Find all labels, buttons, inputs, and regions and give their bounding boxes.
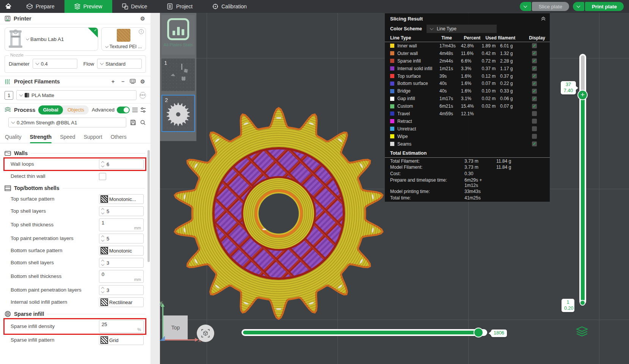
process-tab-quality[interactable]: Quality [5, 130, 22, 143]
sparse-infill-density-input[interactable]: 25% [99, 320, 144, 333]
layer-slider-upper-badge: 37 7.40 [561, 81, 576, 94]
pattern-swatch-icon [100, 336, 108, 344]
display-checkbox[interactable]: ✓ [532, 126, 537, 131]
printer-settings-gear-icon[interactable]: ⚙ [139, 15, 146, 22]
display-checkbox[interactable]: ✓ [532, 119, 537, 124]
build-plate-card[interactable]: i Textured PEI ... [101, 27, 146, 51]
display-checkbox[interactable]: ✓ [532, 81, 537, 86]
line-type-swatch [390, 66, 394, 71]
save-icon[interactable] [130, 119, 136, 126]
tab-prepare[interactable]: Prepare [17, 0, 64, 13]
info-icon[interactable]: i [139, 29, 144, 34]
bottom-shell-thickness-input[interactable]: 0mm [99, 270, 144, 283]
remove-filament-button[interactable]: − [119, 78, 126, 85]
chevron-down-icon [100, 61, 104, 65]
list-icon[interactable] [132, 107, 138, 113]
layer-slider-lower-handle[interactable] [580, 300, 585, 306]
spinner-arrows-icon[interactable] [102, 287, 104, 293]
layers-view-button[interactable] [576, 326, 588, 339]
internal-solid-infill-pattern-select[interactable]: Rectilinear [99, 297, 144, 307]
tab-preview[interactable]: Preview [64, 0, 112, 13]
slice-plate-button[interactable]: Slice plate [532, 2, 569, 11]
top-paint-penetration-layers-input[interactable]: 5 [99, 234, 144, 243]
setting-row-bottom-paint-penetration-layers: Bottom paint penetration layers3 [5, 284, 145, 296]
display-checkbox[interactable]: ✓ [532, 104, 537, 109]
total-estimation-table: Total Filament:3.73 m11.84 gModel Filame… [385, 158, 550, 201]
display-checkbox[interactable]: ✓ [532, 141, 537, 146]
display-checkbox[interactable]: ✓ [532, 134, 537, 139]
display-checkbox[interactable]: ✓ [532, 89, 537, 94]
detect-thin-wall-checkbox[interactable] [99, 173, 106, 180]
top-surface-pattern-select[interactable]: Monotonic... [99, 194, 144, 204]
layer-slider-upper-handle[interactable]: + [577, 90, 588, 100]
global-pill[interactable]: Global [38, 105, 63, 115]
filament-more-button[interactable]: ••• [140, 92, 146, 99]
spinner-arrows-icon[interactable] [102, 236, 104, 241]
home-button[interactable] [0, 0, 17, 13]
bottom-surface-pattern-select[interactable]: Monotonic [99, 246, 144, 256]
line-type-swatch [390, 59, 394, 63]
plate-thumbnail-2[interactable]: 2 [162, 95, 195, 132]
layer-range-slider[interactable]: + [579, 54, 586, 305]
display-checkbox[interactable]: ✓ [532, 58, 537, 63]
ams-sync-icon[interactable] [129, 78, 136, 85]
advanced-toggle[interactable] [117, 107, 130, 113]
view-cube[interactable]: Top [163, 315, 188, 340]
flow-select[interactable]: Standard [97, 59, 142, 69]
color-scheme-select[interactable]: Line Type [427, 25, 497, 33]
move-slider-handle[interactable] [474, 328, 483, 337]
sidebar-scrollbar[interactable] [147, 150, 150, 262]
process-tab-speed[interactable]: Speed [60, 130, 75, 143]
orbit-reset-button[interactable] [197, 325, 214, 342]
display-checkbox[interactable]: ✓ [532, 66, 537, 71]
top-shell-layers-input[interactable]: 5 [99, 206, 144, 216]
objects-pill[interactable]: Objects [63, 105, 89, 115]
layer-slider-track-upper[interactable] [581, 55, 585, 93]
process-tabs: QualityStrengthSpeedSupportOthers [0, 130, 151, 143]
tab-label: Preview [83, 3, 102, 9]
process-tab-support[interactable]: Support [84, 130, 102, 143]
process-preset-select[interactable]: 0.20mm Strength @BBL A1 [8, 118, 126, 127]
tab-project[interactable]: Project [157, 0, 202, 13]
tab-calibration[interactable]: Calibration [202, 0, 257, 13]
top-shell-thickness-input[interactable]: 1mm [99, 218, 144, 231]
printer-select-card[interactable]: Bambu Lab A1 ✓ [5, 27, 98, 51]
display-checkbox[interactable]: ✓ [532, 51, 537, 56]
display-checkbox[interactable]: ✓ [532, 96, 537, 101]
print-plate-dropdown[interactable] [573, 2, 584, 11]
spinner-arrows-icon[interactable] [102, 162, 104, 167]
display-checkbox[interactable]: ✓ [532, 111, 537, 116]
check-icon: ✓ [94, 28, 97, 32]
gear-preview [162, 99, 194, 129]
filament-select[interactable]: PLA Matte [16, 90, 136, 100]
process-tab-strength[interactable]: Strength [30, 130, 52, 143]
bottom-paint-penetration-layers-input[interactable]: 3 [99, 285, 144, 295]
plate-thumbnail-1[interactable]: 1 [162, 58, 195, 91]
add-filament-button[interactable]: + [110, 78, 116, 85]
tab-device[interactable]: Device [112, 0, 157, 13]
slice-plate-dropdown[interactable] [520, 2, 531, 11]
tune-icon[interactable] [140, 107, 146, 113]
process-tab-others[interactable]: Others [111, 130, 127, 143]
layer-slider-track-lower[interactable] [581, 92, 585, 301]
filament-settings-gear-icon[interactable]: ⚙ [139, 78, 146, 85]
wall-loops-input[interactable]: 6 [99, 159, 144, 169]
bottom-shell-layers-input[interactable]: 3 [99, 258, 144, 268]
spinner-arrows-icon[interactable] [102, 209, 104, 214]
sparse-infill-pattern-select[interactable]: Grid [99, 335, 144, 345]
3d-viewport[interactable]: All Plates Stats 12 Slicing Result Color… [151, 13, 629, 364]
filament-index: 1 [5, 91, 13, 100]
sidebar-resize-gutter[interactable] [151, 13, 160, 364]
section-title-top-bottom-shells: Top/bottom shells [5, 185, 145, 191]
pattern-swatch-icon [100, 247, 108, 254]
display-checkbox[interactable]: ✓ [532, 74, 537, 78]
all-plates-stats[interactable]: All Plates Stats [162, 15, 195, 55]
search-icon[interactable] [140, 119, 146, 126]
print-plate-button[interactable]: Print plate [585, 2, 624, 11]
diameter-select[interactable]: 0.4 [33, 59, 77, 69]
flow-value: Standard [105, 61, 125, 67]
collapse-icon[interactable] [541, 16, 546, 21]
display-checkbox[interactable]: ✓ [532, 43, 537, 48]
spinner-arrows-icon[interactable] [102, 260, 104, 265]
move-slider[interactable] [242, 329, 487, 336]
